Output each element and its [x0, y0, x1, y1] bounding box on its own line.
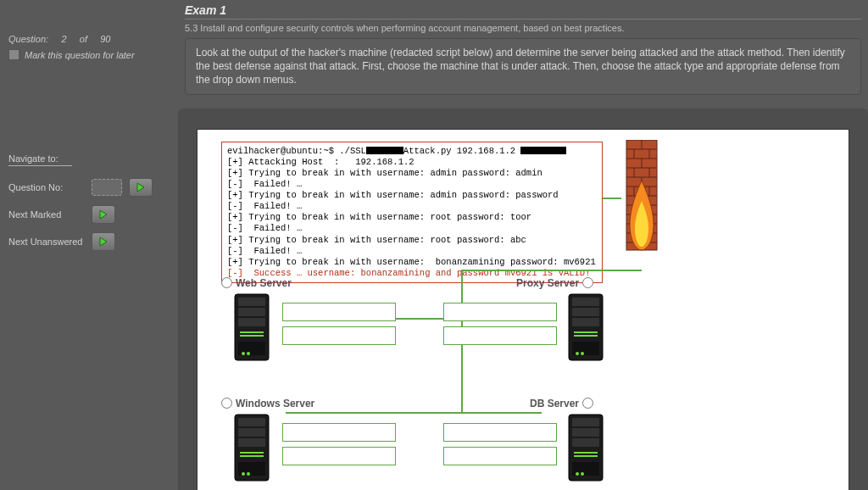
terminal-line: [+] Trying to break in with username: ad… [227, 168, 542, 178]
terminal-attack-suffix: Attack.py 192.168.1.2 [403, 146, 521, 156]
arrow-right-icon [135, 181, 147, 193]
nav-label-next-unanswered: Next Unanswered [8, 237, 85, 247]
svg-rect-44 [574, 331, 598, 333]
web-server-option[interactable]: Web Server [221, 277, 292, 289]
nav-label-next-marked: Next Marked [8, 209, 85, 220]
nav-title: Navigate to: [8, 153, 72, 166]
windows-defense-dropdown[interactable] [282, 447, 396, 465]
svg-rect-29 [238, 298, 265, 306]
hacker-terminal: evilhacker@ubuntu:~$ ./SSLAttack.py 192.… [221, 142, 603, 284]
network-line [461, 412, 542, 414]
svg-point-60 [576, 472, 579, 476]
db-server-option[interactable]: DB Server [530, 398, 593, 409]
terminal-line: [-] Failed! … [227, 223, 302, 233]
nav-row-next-unanswered: Next Unanswered [8, 232, 170, 251]
db-defense-dropdown[interactable] [443, 447, 557, 465]
svg-rect-49 [238, 438, 265, 447]
instruction-box: Look at the output of the hacker's machi… [185, 38, 861, 95]
svg-rect-38 [572, 298, 599, 306]
windows-server-radio[interactable] [221, 398, 232, 409]
svg-rect-36 [240, 335, 264, 337]
mark-later-label: Mark this question for later [25, 50, 135, 60]
next-marked-button[interactable] [92, 205, 115, 224]
svg-rect-40 [572, 318, 599, 326]
proxy-defense-dropdown[interactable] [443, 326, 557, 345]
question-current: 2 [61, 34, 66, 44]
server-icon [565, 413, 606, 487]
svg-rect-45 [574, 335, 598, 337]
proxy-server-option[interactable]: Proxy Server [516, 277, 593, 289]
svg-rect-57 [572, 428, 599, 437]
arrow-right-icon [97, 236, 109, 248]
proxy-server-label: Proxy Server [516, 277, 579, 289]
terminal-line: [-] Failed! … [227, 179, 302, 189]
question-total: 90 [100, 34, 110, 44]
question-number-input[interactable] [92, 179, 122, 196]
proxy-attack-dropdown[interactable] [443, 303, 557, 321]
network-line [461, 270, 642, 271]
svg-rect-35 [240, 331, 264, 333]
server-icon [231, 413, 272, 487]
question-counter: Question: 2 of 90 [8, 34, 170, 44]
db-attack-dropdown[interactable] [443, 423, 557, 442]
svg-rect-62 [574, 452, 598, 454]
svg-point-33 [242, 352, 245, 355]
svg-rect-54 [240, 455, 264, 457]
svg-rect-31 [238, 318, 265, 326]
db-server-radio[interactable] [582, 398, 593, 409]
svg-rect-47 [238, 418, 265, 426]
web-attack-dropdown[interactable] [282, 303, 396, 321]
exam-header: Exam 1 5.3 Install and configure securit… [178, 0, 868, 97]
question-of: of [80, 34, 87, 44]
proxy-server-radio[interactable] [582, 277, 593, 288]
mark-later-checkbox[interactable] [8, 49, 19, 60]
svg-rect-53 [240, 452, 264, 454]
svg-rect-48 [238, 428, 265, 437]
arrow-right-icon [97, 209, 109, 220]
windows-attack-dropdown[interactable] [282, 423, 396, 442]
svg-point-34 [247, 352, 250, 355]
terminal-line: [+] Trying to break in with username: bo… [227, 257, 596, 267]
svg-point-43 [581, 352, 584, 355]
exam-title: Exam 1 [185, 3, 861, 19]
question-label: Question: [8, 34, 48, 44]
nav-section: Navigate to: Question No: Next Marked Ne… [8, 153, 170, 251]
svg-point-51 [242, 472, 245, 476]
mark-later-row[interactable]: Mark this question for later [8, 49, 170, 60]
diagram-frame: evilhacker@ubuntu:~$ ./SSLAttack.py 192.… [178, 109, 868, 490]
go-question-button[interactable] [129, 178, 153, 197]
diagram-canvas: evilhacker@ubuntu:~$ ./SSLAttack.py 192.… [197, 129, 849, 490]
svg-point-42 [576, 352, 579, 355]
db-server-label: DB Server [530, 398, 579, 409]
terminal-line: [+] Attacking Host : 192.168.1.2 [227, 157, 415, 167]
web-defense-dropdown[interactable] [282, 326, 396, 345]
windows-server-option[interactable]: Windows Server [221, 398, 314, 409]
svg-rect-58 [572, 438, 599, 447]
nav-label-qno: Question No: [8, 182, 85, 192]
exam-objective: 5.3 Install and configure security contr… [185, 23, 861, 33]
svg-rect-56 [572, 418, 599, 426]
content-area: Exam 1 5.3 Install and configure securit… [178, 0, 868, 490]
svg-point-52 [247, 472, 250, 476]
redacted-block [366, 147, 403, 154]
svg-rect-30 [238, 308, 265, 316]
nav-row-question-no: Question No: [8, 178, 170, 197]
nav-row-next-marked: Next Marked [8, 205, 170, 224]
next-unanswered-button[interactable] [92, 232, 115, 251]
network-line [286, 412, 463, 414]
windows-server-label: Windows Server [236, 398, 314, 409]
terminal-line: [-] Failed! … [227, 246, 302, 256]
server-icon [565, 292, 606, 366]
firewall-icon [621, 140, 662, 254]
terminal-prompt: evilhacker@ubuntu:~$ ./SSL [227, 146, 366, 156]
svg-rect-63 [574, 455, 598, 457]
terminal-line: [+] Trying to break in with username: ro… [227, 235, 526, 245]
redacted-block [520, 147, 566, 154]
web-server-label: Web Server [236, 277, 292, 289]
terminal-line: [-] Failed! … [227, 201, 302, 211]
terminal-line: [+] Trying to break in with username: ro… [227, 212, 531, 222]
web-server-radio[interactable] [221, 277, 232, 288]
sidebar: Question: 2 of 90 Mark this question for… [0, 0, 178, 268]
server-icon [231, 292, 272, 366]
svg-point-61 [581, 472, 584, 476]
